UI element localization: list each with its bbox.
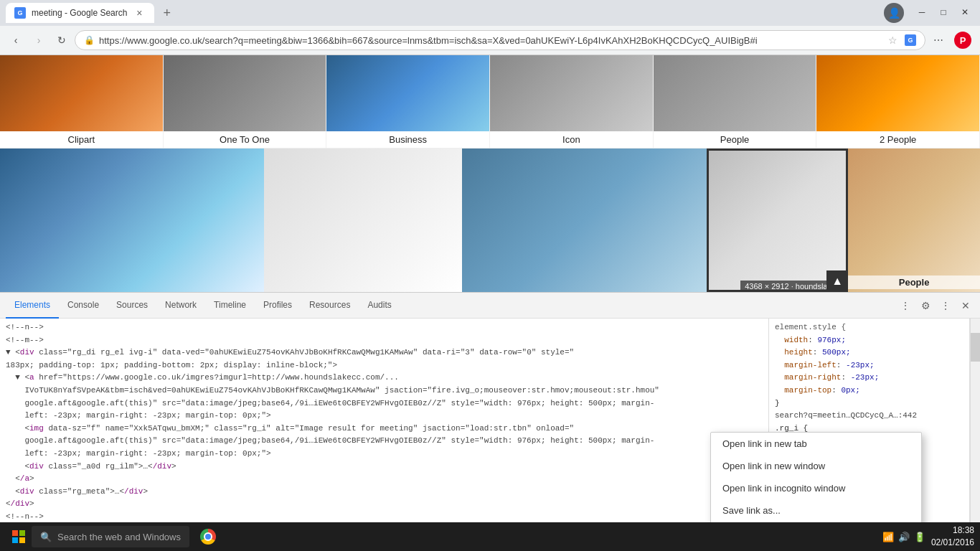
context-menu-item-3[interactable]: Open link in incognito window — [711, 477, 921, 499]
image-thumb-4[interactable]: Icon — [490, 55, 654, 148]
images-grid: 4368 × 2912 · houndslakecc ▲ People — [0, 149, 980, 292]
context-menu-label: Open link in incognito window — [722, 483, 845, 494]
title-bar: G meeting - Google Search × + 👤 ─ □ ✕ — [0, 0, 980, 26]
grid-image-5[interactable]: People — [848, 149, 980, 292]
tab-close-button[interactable]: × — [133, 6, 146, 19]
image-thumb-2[interactable]: One To One — [164, 55, 327, 148]
image-thumb-5[interactable]: People — [654, 55, 817, 148]
image-thumb-1[interactable]: Clipart — [0, 55, 164, 148]
taskbar: 🔍 Search the web and Windows 📶 🔊 🔋 18:38… — [0, 522, 980, 551]
style-line: search?q=meetin…QCDCycQ_A…:442 — [775, 410, 963, 423]
scroll-thumb[interactable] — [971, 333, 980, 362]
code-panel[interactable]: <!--n--><!--m-->▼ <div class="rg_di rg_e… — [0, 319, 769, 534]
devtools-close-icon[interactable]: ✕ — [957, 297, 974, 314]
volume-icon: 🔊 — [898, 532, 910, 542]
thumb-label-3: Business — [389, 131, 427, 148]
star-icon[interactable]: ☆ — [888, 34, 897, 46]
tab-favicon: G — [14, 7, 26, 19]
image-type-strip: Clipart One To One Business Icon People … — [0, 55, 980, 149]
url-text: https://www.google.co.uk/search?q=meetin… — [99, 35, 884, 46]
url-extension-icon: G — [905, 34, 916, 46]
forward-button[interactable]: › — [29, 30, 49, 50]
bookmarks-icon[interactable]: ⋯ — [928, 30, 948, 50]
close-window-button[interactable]: ✕ — [956, 3, 974, 22]
system-tray: 📶 🔊 🔋 — [882, 532, 925, 542]
code-line: 183px; padding-top: 1px; padding-bottom:… — [6, 359, 763, 372]
code-line: <img data-sz="f" name="Xxk5ATqwu_bmXM;" … — [6, 423, 763, 435]
devtools-tab-icons: ⋮ ⚙ ⋮ ✕ — [897, 297, 974, 314]
style-line: element.style { — [775, 321, 963, 334]
grid-image-4[interactable]: 4368 × 2912 · houndslakecc ▲ — [707, 149, 848, 292]
start-button[interactable] — [6, 524, 32, 550]
back-button[interactable]: ‹ — [6, 30, 26, 50]
context-menu-item-1[interactable]: Open link in new tab — [711, 433, 921, 455]
taskbar-search-label: Search the web and Windows — [57, 532, 181, 542]
image-thumb-6[interactable]: 2 People — [816, 55, 980, 148]
style-line: margin-right: -23px; — [775, 372, 963, 385]
style-line: height: 500px; — [775, 347, 963, 359]
code-line: ▼ <a href="https://www.google.co.uk/imgr… — [6, 372, 763, 385]
new-tab-button[interactable]: + — [154, 3, 179, 23]
devtools-tab-network[interactable]: Network — [156, 293, 205, 319]
grid-image-1[interactable] — [0, 149, 264, 292]
code-line: left: -23px; margin-right: -23px; margin… — [6, 410, 763, 423]
devtools-tab-profiles[interactable]: Profiles — [255, 293, 301, 319]
code-line: <!--n--> — [6, 511, 763, 524]
devtools-tab-audits[interactable]: Audits — [359, 293, 400, 319]
browser-chrome: G meeting - Google Search × + 👤 ─ □ ✕ ‹ … — [0, 0, 980, 55]
chrome-taskbar-icon[interactable] — [195, 524, 221, 550]
battery-icon: 🔋 — [914, 532, 925, 542]
active-tab[interactable]: G meeting - Google Search × — [6, 3, 154, 23]
minimize-button[interactable]: ─ — [913, 3, 931, 22]
style-line: margin-left: -23px; — [775, 359, 963, 372]
pinterest-button[interactable]: P — [954, 32, 971, 49]
clock-time: 18:38 — [931, 524, 974, 537]
devtools-tab-sources[interactable]: Sources — [108, 293, 156, 319]
devtools-tab-timeline[interactable]: Timeline — [205, 293, 255, 319]
code-line: IVoTUK8nYafSVpeAK&tbm=isch&ved=0ahUKEwiE… — [6, 385, 763, 397]
url-bar[interactable]: 🔒 https://www.google.co.uk/search?q=meet… — [75, 30, 925, 50]
reload-button[interactable]: ↻ — [52, 30, 72, 50]
code-line: </a> — [6, 473, 763, 486]
maximize-button[interactable]: □ — [934, 3, 953, 22]
grid-image-3[interactable] — [462, 149, 707, 292]
code-line: </div> — [6, 498, 763, 511]
grid-image-2[interactable] — [264, 149, 462, 292]
context-menu-label: Open link in new tab — [722, 438, 807, 449]
style-line: width: 976px; — [775, 334, 963, 347]
context-menu-label: Save link as... — [722, 505, 781, 516]
taskbar-clock: 18:38 02/01/2016 — [931, 524, 974, 549]
code-line: <!--m--> — [6, 334, 763, 347]
style-line: margin-top: 0px; — [775, 385, 963, 397]
context-menu-item-4[interactable]: Save link as... — [711, 499, 921, 522]
taskbar-right: 📶 🔊 🔋 18:38 02/01/2016 — [882, 524, 974, 549]
thumb-label-4: Icon — [562, 131, 580, 148]
window-controls: 👤 ─ □ ✕ — [884, 3, 974, 23]
profile-button[interactable]: 👤 — [884, 3, 904, 23]
thumb-label-2: One To One — [220, 131, 270, 148]
code-line: <div class="_a0d rg_ilm">…</div> — [6, 461, 763, 474]
devtools-tabs: ElementsConsoleSourcesNetworkTimelinePro… — [0, 293, 980, 319]
chrome-logo-icon — [200, 529, 216, 545]
people-label: People — [848, 276, 980, 289]
devtools-more-icon[interactable]: ⋮ — [937, 297, 954, 314]
image-thumb-3[interactable]: Business — [326, 55, 490, 148]
context-menu-label: Open link in new window — [722, 461, 825, 471]
code-line: ▼ <div class="rg_di rg_el ivg-i" data-ve… — [6, 347, 763, 359]
code-line: google.aft&google.aft(this)" src="data:i… — [6, 435, 763, 448]
code-line: google.aft&google.aft(this)" src="data:i… — [6, 397, 763, 410]
code-line: <!--n--> — [6, 321, 763, 334]
thumb-label-5: People — [720, 131, 749, 148]
taskbar-search-icon: 🔍 — [40, 532, 52, 542]
thumb-label-1: Clipart — [68, 131, 95, 148]
devtools-scrollbar[interactable] — [970, 319, 980, 534]
devtools-settings-icon[interactable]: ⚙ — [917, 297, 934, 314]
taskbar-search-box[interactable]: 🔍 Search the web and Windows — [32, 526, 189, 547]
devtools-tab-resources[interactable]: Resources — [301, 293, 359, 319]
context-menu-item-2[interactable]: Open link in new window — [711, 455, 921, 477]
devtools-tab-console[interactable]: Console — [59, 293, 108, 319]
thumb-label-6: 2 People — [880, 131, 916, 148]
devtools-dock-icon[interactable]: ⋮ — [897, 297, 914, 314]
devtools-tab-elements[interactable]: Elements — [6, 293, 59, 319]
windows-logo-icon — [12, 530, 25, 543]
